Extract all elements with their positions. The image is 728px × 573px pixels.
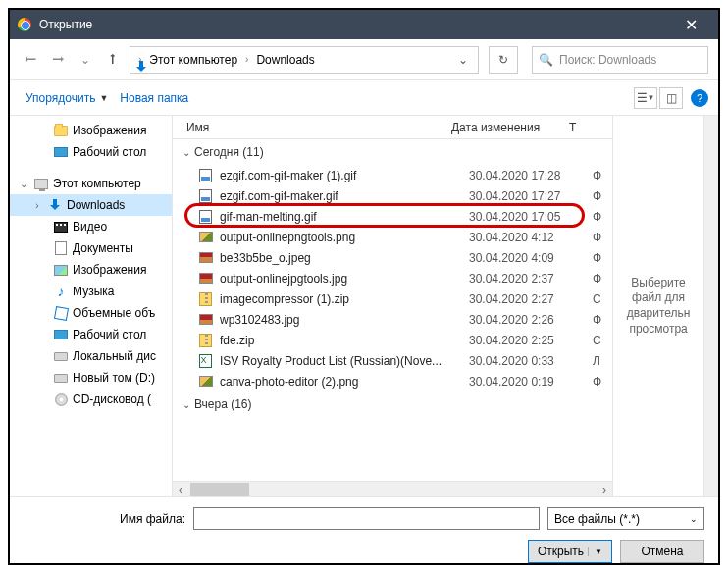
file-date: 30.04.2020 0:33 xyxy=(469,354,587,368)
file-type: Ф xyxy=(593,231,612,244)
file-row[interactable]: output-onlinejpgtools.jpg30.04.2020 2:37… xyxy=(177,268,612,288)
file-row[interactable]: gif-man-melting.gif30.04.2020 17:05Ф xyxy=(177,206,612,227)
sidebar-item-label: Изображения xyxy=(73,263,146,277)
group-header[interactable]: ⌄Вчера (16) xyxy=(177,391,612,417)
sidebar-item-label: Этот компьютер xyxy=(53,177,141,190)
desktop-icon xyxy=(53,327,69,342)
sidebar-item[interactable]: CD-дисковод ( xyxy=(10,389,172,410)
gif-file-icon xyxy=(198,209,214,225)
file-name: output-onlinejpgtools.jpg xyxy=(220,272,463,286)
file-type: Ф xyxy=(593,169,612,182)
file-type: Ф xyxy=(593,210,612,224)
file-row[interactable]: fde.zip30.04.2020 2:25С xyxy=(177,330,612,350)
cancel-button[interactable]: Отмена xyxy=(620,540,704,563)
sidebar-item-label: Музыка xyxy=(73,285,114,298)
cd-icon xyxy=(53,391,69,407)
file-name: ezgif.com-gif-maker (1).gif xyxy=(220,169,463,182)
sidebar-item[interactable]: ⌄Этот компьютер xyxy=(10,173,172,194)
sidebar-item[interactable]: Новый том (D:) xyxy=(10,367,172,389)
open-label: Открыть xyxy=(538,545,584,558)
file-date: 30.04.2020 17:28 xyxy=(469,169,587,182)
preview-text: Выберите файл для дварительн просмотра xyxy=(619,276,698,337)
titlebar: Открытие ✕ xyxy=(10,10,718,39)
file-row[interactable]: imagecompressor (1).zip30.04.2020 2:27С xyxy=(177,288,612,309)
down-icon xyxy=(47,197,63,213)
organize-button[interactable]: Упорядочить ▼ xyxy=(20,87,114,109)
horizontal-scrollbar[interactable]: ‹ › xyxy=(173,481,612,496)
address-dropdown[interactable]: ⌄ xyxy=(452,47,474,73)
file-row[interactable]: ezgif.com-gif-maker (1).gif30.04.2020 17… xyxy=(177,165,612,185)
sidebar-item-label: Downloads xyxy=(67,198,125,212)
sidebar-item[interactable]: ›Downloads xyxy=(10,194,172,216)
forward-button[interactable]: 🠖 xyxy=(47,49,69,71)
jpg-file-icon xyxy=(198,271,214,286)
refresh-button[interactable]: ↻ xyxy=(489,46,518,74)
expand-icon[interactable]: › xyxy=(31,200,43,211)
file-row[interactable]: output-onlinepngtools.png30.04.2020 4:12… xyxy=(177,227,612,247)
gif-file-icon xyxy=(198,168,214,183)
file-name: canva-photo-editor (2).png xyxy=(220,375,463,389)
file-name: gif-man-melting.gif xyxy=(220,210,463,224)
sidebar-item[interactable]: Видео xyxy=(10,216,172,237)
file-name: ezgif.com-gif-maker.gif xyxy=(220,189,463,203)
file-name: ISV Royalty Product List (Russian)(Nove.… xyxy=(220,354,463,368)
gif-file-icon xyxy=(198,188,214,204)
sidebar-item[interactable]: Рабочий стол xyxy=(10,324,172,345)
open-button[interactable]: Открыть ▼ xyxy=(528,540,612,563)
new-folder-button[interactable]: Новая папка xyxy=(114,87,194,109)
group-label: Сегодня (11) xyxy=(194,145,264,159)
help-button[interactable]: ? xyxy=(691,89,708,107)
recent-dropdown[interactable]: ⌄ xyxy=(75,49,96,71)
file-name: fde.zip xyxy=(220,334,463,347)
chevron-down-icon: ▼ xyxy=(99,93,108,103)
chevron-down-icon: ⌄ xyxy=(690,514,698,524)
file-date: 30.04.2020 0:19 xyxy=(469,375,587,389)
col-type[interactable]: Т xyxy=(569,121,598,134)
vertical-scrollbar[interactable] xyxy=(703,116,718,496)
back-button[interactable]: 🠔 xyxy=(20,49,41,71)
col-name[interactable]: Имя xyxy=(186,121,451,134)
close-button[interactable]: ✕ xyxy=(671,16,710,34)
file-row[interactable]: ISV Royalty Product List (Russian)(Nove.… xyxy=(177,350,612,371)
file-type-filter[interactable]: Все файлы (*.*) ⌄ xyxy=(547,507,704,530)
file-list[interactable]: ⌄Сегодня (11)ezgif.com-gif-maker (1).gif… xyxy=(173,139,612,481)
sidebar-item-label: Изображения xyxy=(73,124,146,137)
up-button[interactable]: 🠕 xyxy=(102,49,124,71)
sidebar-item-label: CD-дисковод ( xyxy=(73,392,151,406)
nav-row: 🠔 🠖 ⌄ 🠕 › Этот компьютер › Downloads ⌄ ↻… xyxy=(10,39,718,80)
scroll-thumb[interactable] xyxy=(190,483,249,496)
preview-pane-button[interactable]: ◫ xyxy=(659,87,683,109)
sidebar-item[interactable]: Рабочий стол xyxy=(10,141,172,163)
sidebar-item[interactable]: Объемные объ xyxy=(10,302,172,324)
file-type: Ф xyxy=(593,189,612,203)
sidebar-item-label: Рабочий стол xyxy=(73,145,146,159)
view-mode-button[interactable]: ☰ ▼ xyxy=(634,87,657,109)
expand-icon[interactable]: ⌄ xyxy=(18,179,29,189)
sidebar-item[interactable]: ♪Музыка xyxy=(10,281,172,302)
file-type: Л xyxy=(593,354,612,368)
file-row[interactable]: wp3102483.jpg30.04.2020 2:26Ф xyxy=(177,309,612,330)
sidebar-item-label: Новый том (D:) xyxy=(73,371,155,385)
scroll-left-icon[interactable]: ‹ xyxy=(173,483,188,496)
scroll-right-icon[interactable]: › xyxy=(597,483,612,496)
group-label: Вчера (16) xyxy=(194,397,252,411)
file-row[interactable]: be33b5be_o.jpeg30.04.2020 4:09Ф xyxy=(177,247,612,268)
drive-icon xyxy=(53,370,69,386)
file-row[interactable]: ezgif.com-gif-maker.gif30.04.2020 17:27Ф xyxy=(177,185,612,206)
breadcrumb-folder[interactable]: Downloads xyxy=(252,51,318,69)
file-type: С xyxy=(593,292,612,306)
group-header[interactable]: ⌄Сегодня (11) xyxy=(177,139,612,165)
search-input[interactable]: 🔍 Поиск: Downloads xyxy=(532,46,708,74)
col-date[interactable]: Дата изменения xyxy=(451,121,569,134)
3d-icon xyxy=(53,305,69,321)
sidebar-item[interactable]: Изображения xyxy=(10,259,172,281)
bottom-panel: Имя файла: Все файлы (*.*) ⌄ Открыть ▼ О… xyxy=(10,496,718,565)
sidebar-item[interactable]: Локальный дис xyxy=(10,345,172,367)
sidebar-item[interactable]: Изображения xyxy=(10,120,172,141)
file-row[interactable]: canva-photo-editor (2).png30.04.2020 0:1… xyxy=(177,371,612,391)
sidebar-item[interactable]: Документы xyxy=(10,237,172,259)
address-bar[interactable]: › Этот компьютер › Downloads ⌄ xyxy=(130,46,479,74)
file-date: 30.04.2020 2:26 xyxy=(469,313,587,327)
breadcrumb-pc[interactable]: Этот компьютер xyxy=(145,51,241,69)
filename-input[interactable] xyxy=(193,507,540,530)
